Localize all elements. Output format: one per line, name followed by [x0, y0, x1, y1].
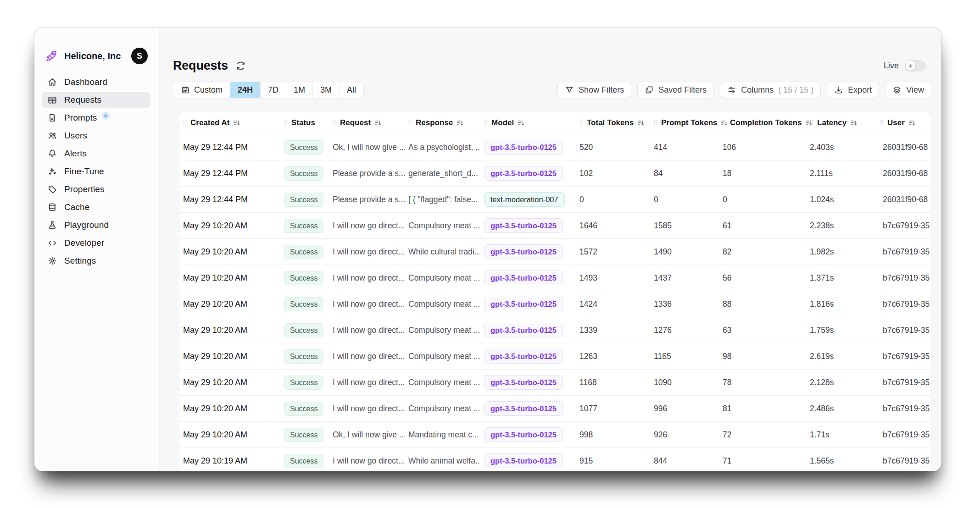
rocket-icon	[45, 49, 58, 63]
model-badge: gpt-3.5-turbo-0125	[484, 453, 563, 468]
cell-total-tokens: 1572	[576, 247, 650, 257]
table-row[interactable]: May 29 10:20 AM Success Ok, I will now g…	[179, 422, 931, 448]
export-button[interactable]: Export	[827, 82, 879, 98]
cell-user: b7c67919-35	[876, 299, 931, 309]
cell-response: Mandating meat c...	[405, 430, 480, 440]
sparkles-icon	[47, 166, 57, 177]
table-row[interactable]: May 29 10:20 AM Success I will now go di…	[179, 396, 931, 422]
table-header-row: Created At Status Request Response Model…	[179, 111, 931, 134]
status-badge: Success	[284, 166, 323, 181]
status-badge: Success	[284, 219, 323, 233]
table-row[interactable]: May 29 10:20 AM Success I will now go di…	[179, 370, 931, 396]
time-range-24h[interactable]: 24H	[230, 82, 260, 98]
sidebar-item-alerts[interactable]: Alerts	[42, 146, 150, 161]
sort-icon[interactable]	[374, 119, 382, 127]
column-header-latency[interactable]: Latency	[806, 118, 876, 127]
sort-icon[interactable]	[517, 119, 525, 127]
column-header-total-tokens[interactable]: Total Tokens	[576, 118, 650, 127]
table-row[interactable]: May 29 10:20 AM Success I will now go di…	[179, 265, 931, 291]
table-row[interactable]: May 29 12:44 PM Success Please provide a…	[179, 187, 931, 213]
status-badge: Success	[284, 428, 323, 442]
sidebar-item-developer[interactable]: Developer	[42, 235, 150, 251]
table-row[interactable]: May 29 10:20 AM Success I will now go di…	[179, 343, 931, 370]
sidebar-item-properties[interactable]: Properties	[42, 182, 150, 197]
column-header-response[interactable]: Response	[405, 118, 480, 127]
sidebar-item-requests[interactable]: Requests	[42, 92, 150, 108]
cell-response: Compulsory meat ...	[405, 352, 480, 361]
org-name: Helicone, Inc	[64, 51, 125, 61]
model-badge: gpt-3.5-turbo-0125	[484, 297, 563, 311]
cell-created-at: May 29 12:44 PM	[179, 143, 280, 152]
copy-icon	[645, 85, 654, 94]
saved-filters-button[interactable]: Saved Filters	[637, 82, 714, 98]
model-badge: gpt-3.5-turbo-0125	[484, 375, 563, 390]
status-badge: Success	[284, 140, 323, 155]
cell-completion-tokens: 56	[719, 273, 806, 283]
avatar[interactable]: S	[131, 48, 148, 64]
cell-latency: 1.565s	[806, 456, 876, 466]
live-toggle[interactable]	[905, 60, 926, 72]
columns-button[interactable]: Columns ( 15 / 15 )	[720, 82, 821, 98]
sort-icon[interactable]	[908, 119, 916, 127]
cell-latency: 1.71s	[806, 430, 876, 440]
status-badge: Success	[284, 375, 323, 390]
sidebar-item-dashboard[interactable]: Dashboard	[42, 74, 150, 90]
column-header-created-at[interactable]: Created At	[179, 118, 280, 127]
time-range-3m[interactable]: 3M	[312, 82, 339, 98]
sort-icon[interactable]	[456, 119, 464, 127]
time-range-1m[interactable]: 1M	[286, 82, 312, 98]
table-row[interactable]: May 29 10:19 AM Success I will now go di…	[179, 448, 931, 471]
column-header-prompt-tokens[interactable]: Prompt Tokens	[650, 118, 719, 127]
column-header-completion-tokens[interactable]: Completion Tokens	[719, 118, 806, 127]
sidebar: Helicone, Inc S Dashboard Requests Promp…	[34, 28, 158, 471]
cell-response: Compulsory meat ...	[405, 378, 480, 387]
cell-completion-tokens: 106	[719, 143, 806, 152]
sidebar-item-prompts[interactable]: Prompts	[42, 110, 150, 126]
view-button[interactable]: View	[885, 82, 931, 98]
cell-user: b7c67919-35	[876, 430, 931, 440]
table-row[interactable]: May 29 10:20 AM Success I will now go di…	[179, 213, 931, 239]
sidebar-item-cache[interactable]: Cache	[42, 199, 150, 215]
cell-prompt-tokens: 1585	[650, 221, 719, 231]
cell-completion-tokens: 82	[719, 247, 806, 257]
column-header-model[interactable]: Model	[480, 118, 576, 127]
cell-total-tokens: 102	[576, 169, 650, 178]
sidebar-item-fine-tune[interactable]: Fine-Tune	[42, 164, 150, 179]
table-row[interactable]: May 29 10:20 AM Success I will now go di…	[179, 239, 931, 265]
cell-latency: 2.619s	[806, 352, 876, 361]
column-header-user[interactable]: User	[876, 118, 931, 127]
table-row[interactable]: May 29 12:44 PM Success Ok, I will now g…	[179, 134, 931, 160]
time-range-all[interactable]: All	[339, 82, 363, 98]
cell-total-tokens: 1168	[576, 378, 650, 387]
sidebar-item-users[interactable]: Users	[42, 128, 150, 144]
beta-sparkle-badge	[102, 112, 110, 120]
status-badge: Success	[284, 323, 323, 337]
time-range-custom[interactable]: Custom	[173, 82, 230, 98]
cell-user: b7c67919-35	[876, 352, 931, 361]
table-row[interactable]: May 29 10:20 AM Success I will now go di…	[179, 317, 931, 343]
sidebar-item-settings[interactable]: Settings	[42, 253, 150, 269]
sort-icon[interactable]	[850, 119, 858, 127]
sliders-icon	[727, 85, 736, 94]
cell-completion-tokens: 61	[719, 221, 806, 231]
refresh-icon[interactable]	[235, 61, 246, 71]
show-filters-button[interactable]: Show Filters	[557, 82, 631, 98]
column-header-request[interactable]: Request	[329, 118, 405, 127]
cell-response: Compulsory meat ...	[405, 273, 480, 283]
status-badge: Success	[284, 349, 323, 364]
table-row[interactable]: May 29 10:20 AM Success I will now go di…	[179, 291, 931, 317]
org-switcher[interactable]: Helicone, Inc S	[42, 48, 150, 64]
cell-request: I will now go direct...	[329, 404, 405, 414]
sidebar-item-playground[interactable]: Playground	[42, 217, 150, 233]
time-range-7d[interactable]: 7D	[260, 82, 286, 98]
column-header-status[interactable]: Status	[280, 118, 329, 127]
cell-user: 26031f90-68	[876, 195, 931, 204]
table-row[interactable]: May 29 12:44 PM Success Please provide a…	[179, 160, 931, 187]
cell-prompt-tokens: 844	[650, 456, 719, 466]
cell-request: Please provide a s...	[329, 195, 405, 204]
cell-total-tokens: 0	[576, 195, 650, 204]
users-icon	[47, 131, 57, 141]
sort-icon[interactable]	[637, 119, 645, 127]
drag-handle-icon	[879, 119, 884, 127]
sort-icon[interactable]	[233, 119, 241, 127]
